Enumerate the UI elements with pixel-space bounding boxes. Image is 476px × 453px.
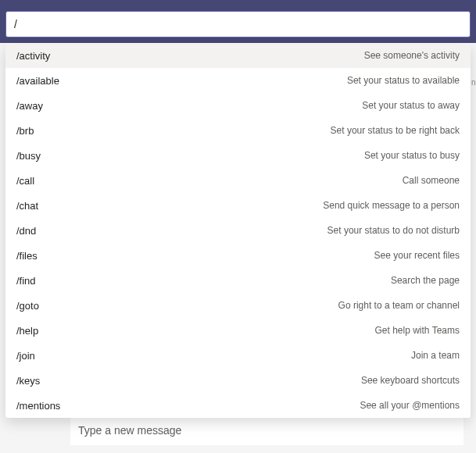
command-description: See your recent files	[374, 250, 460, 261]
command-description: Search the page	[391, 275, 460, 286]
command-item-away[interactable]: /awaySet your status to away	[5, 93, 471, 118]
command-description: Call someone	[403, 175, 460, 186]
command-item-busy[interactable]: /busySet your status to busy	[5, 143, 471, 168]
command-name: /away	[16, 100, 43, 112]
command-description: Send quick message to a person	[323, 200, 460, 211]
command-name: /keys	[16, 375, 40, 387]
message-compose-input[interactable]	[78, 424, 456, 437]
command-name: /join	[16, 350, 35, 362]
command-name: /find	[16, 275, 36, 287]
command-item-keys[interactable]: /keysSee keyboard shortcuts	[5, 368, 471, 393]
command-name: /chat	[16, 200, 38, 212]
command-item-available[interactable]: /availableSet your status to available	[5, 68, 471, 93]
command-suggestions-dropdown: /activitySee someone's activity/availabl…	[5, 43, 471, 418]
command-item-dnd[interactable]: /dndSet your status to do not disturb	[5, 218, 471, 243]
command-description: See someone's activity	[364, 50, 460, 61]
right-edge-fragment: n	[471, 43, 476, 453]
command-name: /call	[16, 175, 34, 187]
command-name: /activity	[16, 50, 50, 62]
command-item-chat[interactable]: /chatSend quick message to a person	[5, 193, 471, 218]
title-bar	[0, 0, 476, 11]
command-description: See all your @mentions	[360, 400, 460, 411]
command-description: See keyboard shortcuts	[361, 375, 460, 386]
command-description: Set your status to away	[362, 100, 460, 111]
command-description: Go right to a team or channel	[338, 300, 460, 311]
search-bar-container	[0, 11, 476, 43]
command-item-help[interactable]: /helpGet help with Teams	[5, 318, 471, 343]
command-name: /brb	[16, 125, 34, 137]
command-description: Set your status to do not disturb	[327, 225, 460, 236]
command-description: Get help with Teams	[375, 325, 460, 336]
command-item-goto[interactable]: /gotoGo right to a team or channel	[5, 293, 471, 318]
command-item-files[interactable]: /filesSee your recent files	[5, 243, 471, 268]
command-name: /dnd	[16, 225, 36, 237]
command-item-mentions[interactable]: /mentionsSee all your @mentions	[5, 393, 471, 418]
command-item-activity[interactable]: /activitySee someone's activity	[5, 43, 471, 68]
command-item-brb[interactable]: /brbSet your status to be right back	[5, 118, 471, 143]
command-description: Set your status to be right back	[331, 125, 460, 136]
command-name: /files	[16, 250, 38, 262]
command-description: Join a team	[411, 350, 460, 361]
command-name: /busy	[16, 150, 41, 162]
command-search-input[interactable]	[14, 18, 462, 30]
command-name: /goto	[16, 300, 39, 312]
command-name: /help	[16, 325, 38, 337]
command-item-find[interactable]: /findSearch the page	[5, 268, 471, 293]
command-name: /available	[16, 75, 59, 87]
command-description: Set your status to busy	[364, 150, 460, 161]
command-item-call[interactable]: /callCall someone	[5, 168, 471, 193]
command-item-join[interactable]: /joinJoin a team	[5, 343, 471, 368]
command-name: /mentions	[16, 400, 60, 412]
command-description: Set your status to available	[347, 75, 460, 86]
command-search-box[interactable]	[5, 11, 471, 37]
